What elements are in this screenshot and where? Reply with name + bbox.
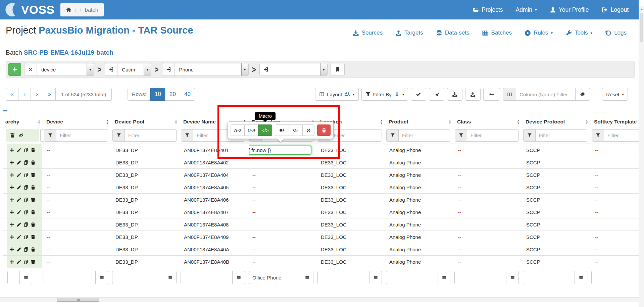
sort-icon[interactable]	[37, 119, 41, 124]
nav-batches[interactable]: Batches	[482, 30, 511, 36]
copy-row-icon[interactable]	[23, 247, 29, 252]
edit-row-icon[interactable]	[16, 197, 21, 202]
import-button[interactable]	[465, 88, 481, 101]
delete-row-icon[interactable]	[31, 160, 36, 165]
nav-rules[interactable]: Rules ▾	[525, 30, 553, 36]
null-value-button[interactable]: Ø	[302, 124, 314, 136]
filter-by-button[interactable]: Filter By ▾	[361, 88, 408, 101]
footer-menu-button[interactable]	[438, 271, 450, 284]
clear-selection-icon[interactable]	[24, 63, 37, 75]
column-header-device-protocol[interactable]: Device Protocol	[523, 117, 591, 127]
add-row-icon[interactable]	[9, 235, 14, 240]
clear-column-filter-button[interactable]	[575, 88, 590, 101]
sort-icon[interactable]	[585, 119, 589, 124]
nav-targets[interactable]: Data-sets Targets	[395, 30, 423, 36]
copy-row-icon[interactable]	[23, 148, 29, 153]
footer-value[interactable]: Office Phone	[249, 271, 301, 284]
step2-select[interactable]: Phone ▾	[175, 63, 248, 75]
model-type-select[interactable]: device ▾	[37, 63, 94, 75]
filter-input-class[interactable]	[467, 130, 518, 141]
edit-row-icon[interactable]	[16, 222, 21, 227]
footer-menu-button[interactable]	[164, 271, 176, 284]
macro-type-button[interactable]: </>	[258, 124, 272, 136]
column-name-filter-input[interactable]	[516, 88, 576, 101]
footer-menu-button[interactable]	[575, 271, 587, 284]
copy-row-icon[interactable]	[23, 259, 29, 264]
footer-menu-button[interactable]	[301, 271, 313, 284]
nav-datasets[interactable]: Data-sets	[436, 30, 469, 36]
footer-menu-button[interactable]	[19, 271, 32, 284]
column-header-product[interactable]: Product	[386, 117, 454, 127]
column-header-archy[interactable]: archy	[3, 117, 44, 127]
add-row-icon[interactable]	[9, 160, 14, 165]
copy-row-icon[interactable]	[23, 172, 29, 177]
footer-value[interactable]	[181, 271, 232, 284]
profile-menu-item[interactable]: Your Profile	[550, 6, 589, 13]
column-header-class[interactable]: Class	[454, 117, 523, 127]
sort-icon[interactable]	[174, 119, 178, 124]
footer-menu-button[interactable]	[369, 271, 382, 284]
edit-row-icon[interactable]	[16, 259, 21, 264]
first-page-button[interactable]: «	[6, 88, 18, 101]
filter-input-device-protocol[interactable]	[536, 130, 587, 141]
copy-row-icon[interactable]	[23, 185, 29, 190]
delete-row-icon[interactable]	[31, 247, 36, 252]
bulk-delete-icon[interactable]	[10, 133, 15, 138]
footer-value[interactable]	[523, 271, 575, 284]
rows-option-40[interactable]: 40	[180, 88, 195, 101]
footer-value[interactable]	[455, 271, 506, 284]
projects-menu-item[interactable]: Projects	[473, 6, 503, 13]
delete-value-button[interactable]	[317, 124, 331, 136]
batch-name-link[interactable]: SRC-PB-EMEA-16Jul19-batch	[24, 49, 113, 56]
edit-row-icon[interactable]	[16, 235, 21, 240]
add-row-icon[interactable]	[9, 197, 14, 202]
filter-input-softkey-template[interactable]	[604, 130, 641, 141]
sort-icon[interactable]	[516, 119, 521, 124]
copy-row-icon[interactable]	[23, 210, 29, 215]
sort-icon[interactable]	[105, 119, 110, 124]
breadcrumb-current[interactable]: batch	[85, 7, 98, 13]
step3-select[interactable]: ▾	[272, 63, 327, 75]
hide-filter-icon[interactable]	[18, 133, 24, 138]
logout-menu-item[interactable]: Logout	[601, 6, 629, 13]
admin-menu-item[interactable]: Admin ▾	[516, 6, 537, 13]
delete-row-icon[interactable]	[31, 210, 36, 215]
delete-row-icon[interactable]	[31, 172, 36, 177]
column-header-device-pool[interactable]: Device Pool	[112, 117, 181, 127]
edit-row-icon[interactable]	[16, 247, 21, 252]
numeric-type-button[interactable]: 0-9	[244, 124, 258, 136]
toggle-on-button[interactable]	[275, 124, 289, 136]
footer-menu-button[interactable]	[506, 271, 518, 284]
step1-enter-icon[interactable]	[105, 63, 117, 75]
step1-select[interactable]: Cucm ▾	[117, 63, 151, 75]
filter-input-location[interactable]	[330, 130, 382, 141]
column-header-softkey-template[interactable]: Softkey Template	[591, 117, 641, 127]
footer-menu-button[interactable]	[232, 271, 245, 284]
footer-value[interactable]	[318, 271, 369, 284]
delete-row-icon[interactable]	[31, 185, 36, 190]
step3-enter-icon[interactable]	[260, 63, 272, 75]
execute-button[interactable]	[429, 88, 444, 101]
next-page-button[interactable]: ›	[31, 88, 43, 101]
reset-button[interactable]: Reset ▾	[602, 88, 628, 101]
filter-input-device-pool[interactable]	[125, 130, 176, 141]
copy-row-icon[interactable]	[23, 235, 29, 240]
add-row-icon[interactable]	[9, 172, 14, 177]
voss-logo[interactable]: VOSS	[5, 2, 54, 17]
footer-menu-button[interactable]	[95, 271, 108, 284]
add-row-icon[interactable]	[9, 259, 14, 264]
alpha-type-button[interactable]: A-z	[231, 124, 245, 136]
nav-sources[interactable]: Sources	[353, 30, 383, 36]
vertical-scrollbar[interactable]: ▲	[639, 6, 644, 307]
horizontal-scrollbar-thumb[interactable]	[57, 298, 99, 302]
add-row-icon[interactable]	[9, 210, 14, 215]
footer-value[interactable]	[386, 271, 438, 284]
scroll-up-arrow-icon[interactable]: ▲	[640, 7, 643, 11]
expand-columns-button[interactable]	[483, 88, 500, 101]
filter-input-product[interactable]	[399, 130, 450, 141]
delete-row-icon[interactable]	[31, 235, 36, 240]
footer-value[interactable]	[592, 271, 641, 284]
edit-row-icon[interactable]	[16, 148, 21, 153]
edit-row-icon[interactable]	[16, 185, 21, 190]
add-row-icon[interactable]	[9, 185, 14, 190]
